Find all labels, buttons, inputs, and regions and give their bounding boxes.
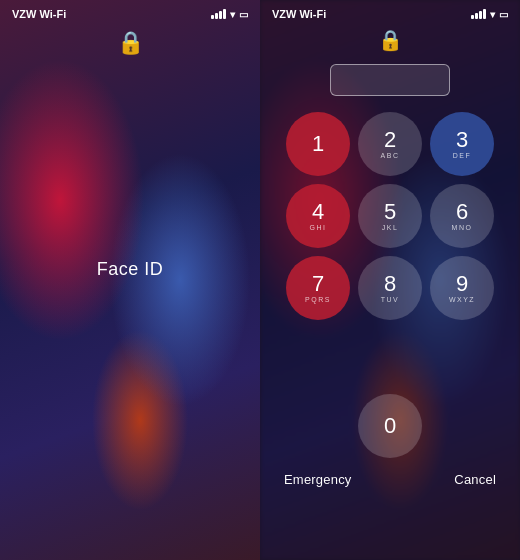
numpad-button-5[interactable]: 5 JKL <box>358 184 422 248</box>
right-carrier: VZW Wi-Fi <box>272 8 326 20</box>
lock-icon: 🔒 <box>117 30 144 56</box>
left-lock-screen: VZW Wi-Fi ▾ ▭ 🔒 Face ID <box>0 0 260 560</box>
numpad-button-8[interactable]: 8 TUV <box>358 256 422 320</box>
left-carrier: VZW Wi-Fi <box>12 8 66 20</box>
signal-icon <box>211 9 226 19</box>
left-status-bar: VZW Wi-Fi ▾ ▭ <box>0 0 260 24</box>
numpad-button-2[interactable]: 2 ABC <box>358 112 422 176</box>
right-status-bar: VZW Wi-Fi ▾ ▭ <box>260 0 520 24</box>
left-background <box>0 0 260 560</box>
cancel-button[interactable]: Cancel <box>454 472 496 487</box>
passcode-input[interactable] <box>330 64 450 96</box>
bottom-bar: Emergency Cancel <box>260 462 520 497</box>
numpad-button-0[interactable]: 0 <box>358 394 422 458</box>
signal-icon <box>471 9 486 19</box>
numpad-button-4[interactable]: 4 GHI <box>286 184 350 248</box>
left-status-icons: ▾ ▭ <box>211 9 248 20</box>
emergency-button[interactable]: Emergency <box>284 472 352 487</box>
zero-row: 0 <box>358 394 422 458</box>
right-status-icons: ▾ ▭ <box>471 9 508 20</box>
face-id-label: Face ID <box>97 258 164 279</box>
wifi-icon: ▾ <box>230 9 235 20</box>
wifi-icon: ▾ <box>490 9 495 20</box>
numpad: 1 2 ABC 3 DEF 4 GHI 5 JKL 6 MNO <box>286 112 494 392</box>
battery-icon: ▭ <box>499 9 508 20</box>
numpad-button-6[interactable]: 6 MNO <box>430 184 494 248</box>
numpad-button-9[interactable]: 9 WXYZ <box>430 256 494 320</box>
numpad-button-1[interactable]: 1 <box>286 112 350 176</box>
numpad-button-3[interactable]: 3 DEF <box>430 112 494 176</box>
right-passcode-screen: VZW Wi-Fi ▾ ▭ 🔒 1 2 ABC 3 <box>260 0 520 560</box>
passcode-content: 1 2 ABC 3 DEF 4 GHI 5 JKL 6 MNO <box>260 52 520 458</box>
numpad-button-7[interactable]: 7 PQRS <box>286 256 350 320</box>
battery-icon: ▭ <box>239 9 248 20</box>
lock-icon-right: 🔒 <box>260 28 520 52</box>
